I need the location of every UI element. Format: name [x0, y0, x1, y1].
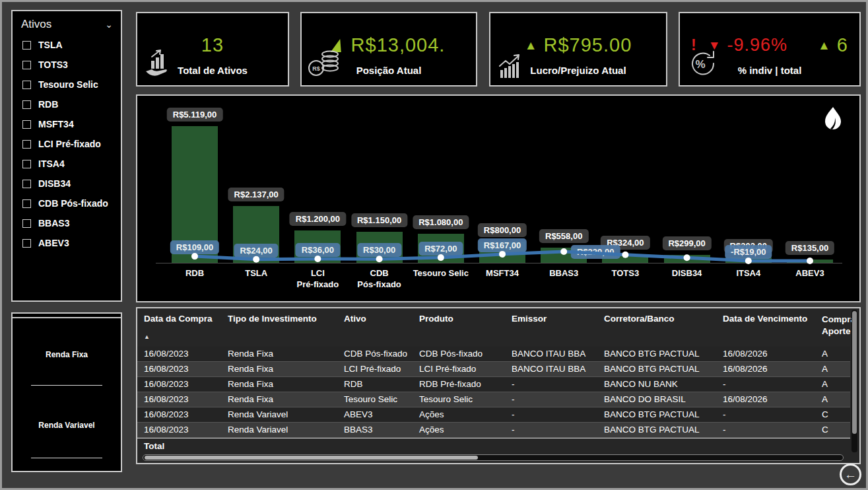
filter-title: Ativos: [21, 18, 51, 31]
bar-value-label: R$5.119,00: [167, 108, 223, 122]
table-cell: 16/08/2023: [144, 377, 189, 392]
table-cell: Renda Fixa: [228, 392, 273, 407]
table-cell: CDB Pós-fixado: [344, 347, 407, 361]
filter-item-list: TSLATOTS3Tesouro SelicRDBMSFT34LCI Pré-f…: [13, 35, 121, 253]
horizontal-scrollbar[interactable]: [143, 454, 844, 461]
column-header[interactable]: Tipo de Investimento: [228, 314, 317, 324]
table-cell: C: [822, 423, 828, 437]
column-header[interactable]: Produto: [419, 314, 453, 324]
table-cell: BANCO BTG PACTUAL: [604, 347, 700, 361]
filter-item[interactable]: Tesouro Selic: [13, 75, 121, 94]
x-axis-label: BBAS3: [532, 268, 595, 279]
flame-icon: [822, 106, 842, 133]
table-row[interactable]: 16/08/2023Renda VariavelABEV3Ações-BANCO…: [137, 407, 850, 423]
filter-item[interactable]: LCI Pré-fixado: [13, 134, 121, 154]
checkbox-unchecked-icon[interactable]: [22, 239, 31, 248]
checkbox-unchecked-icon[interactable]: [22, 81, 31, 89]
bar-ABEV3[interactable]: [787, 260, 833, 263]
kpi-card-percent: ! ▼ -9.96% ▲ 6 % % indiv | total: [679, 12, 861, 87]
filter-item[interactable]: BBAS3: [13, 213, 121, 233]
divider: [31, 458, 102, 458]
table-cell: A: [822, 347, 828, 361]
bar-value-label: R$1.150,00: [351, 213, 407, 227]
line-value-label: R$30,00: [357, 243, 401, 257]
vertical-scrollbar-thumb[interactable]: [852, 311, 857, 434]
filter-item[interactable]: TOTS3: [13, 55, 121, 75]
filter-item[interactable]: DISB34: [13, 174, 121, 193]
table-cell: 16/08/2023: [144, 347, 189, 361]
checkbox-unchecked-icon[interactable]: [22, 41, 31, 50]
x-axis-label: RDB: [163, 268, 226, 279]
chevron-down-icon[interactable]: ⌄: [105, 19, 113, 30]
checkbox-unchecked-icon[interactable]: [22, 180, 31, 188]
column-header[interactable]: Ativo: [344, 314, 366, 324]
total-label: Total: [144, 438, 164, 454]
kpi-card-lucro-prejuizo: ▲ R$795.00 Lucro/Prejuizo Atual: [489, 12, 667, 87]
table-cell: -: [512, 423, 515, 437]
horizontal-scrollbar-thumb[interactable]: [145, 456, 478, 460]
back-button[interactable]: ←: [840, 464, 861, 485]
filter-item-label: ITSA4: [38, 158, 65, 169]
portfolio-combo-chart: R$5.119,00RDBR$2.137,00TSLAR$1.200,00LCI…: [136, 94, 861, 302]
column-header[interactable]: Emissor: [512, 314, 547, 324]
filter-item[interactable]: ABEV3: [13, 233, 121, 253]
table-cell: RDB: [344, 377, 363, 392]
table-cell: Ações: [419, 407, 444, 422]
filter-item-label: LCI Pré-fixado: [38, 139, 101, 149]
column-header[interactable]: Data de Vencimento: [723, 314, 807, 324]
table-row[interactable]: 16/08/2023Renda FixaRDBRDB Pré-fixado-BA…: [137, 377, 850, 392]
bar-value-label: R$299,00: [662, 236, 711, 250]
bar-DISB34[interactable]: [664, 255, 710, 263]
sort-ascending-icon[interactable]: ▲: [144, 333, 150, 340]
checkbox-unchecked-icon[interactable]: [22, 219, 31, 228]
up-triangle-icon: ▲: [818, 38, 830, 53]
filter-item-label: Tesouro Selic: [38, 79, 98, 90]
filter-item[interactable]: MSFT34: [13, 114, 121, 134]
filter-item[interactable]: ITSA4: [13, 154, 121, 174]
table-cell: -: [723, 407, 726, 422]
table-row[interactable]: 16/08/2023Renda FixaCDB Pós-fixadoCDB Pó…: [137, 347, 850, 362]
checkbox-unchecked-icon[interactable]: [22, 140, 31, 149]
filter-item[interactable]: TSLA: [13, 35, 121, 55]
kpi-label: Total de Ativos: [137, 65, 288, 76]
table-total-row: Total: [137, 438, 850, 454]
x-axis-label: MSFT34: [471, 268, 534, 279]
table-cell: Renda Fixa: [228, 362, 273, 376]
table-cell: -: [512, 392, 515, 407]
filter-item-label: BBAS3: [38, 218, 69, 228]
table-cell: 16/08/2026: [723, 347, 768, 361]
filter-item-label: TOTS3: [38, 59, 68, 70]
table-cell: Ações: [419, 423, 444, 437]
renda-fixa-button[interactable]: Renda Fixa: [13, 350, 121, 359]
checkbox-unchecked-icon[interactable]: [22, 199, 31, 208]
x-axis-label: DISB34: [655, 268, 719, 279]
table-cell: Renda Variavel: [228, 423, 288, 437]
filter-item[interactable]: RDB: [13, 94, 121, 114]
table-header: Data da CompraTipo de InvestimentoAtivoP…: [137, 308, 859, 347]
filter-item[interactable]: CDB Pós-fixado: [13, 193, 121, 213]
column-header[interactable]: Data da Compra: [144, 314, 213, 324]
x-axis-label: Tesouro Selic: [409, 268, 473, 279]
vertical-scrollbar[interactable]: [851, 310, 857, 452]
table-cell: -: [512, 377, 515, 392]
line-value-label: R$72,00: [418, 242, 463, 256]
table-cell: Tesouro Selic: [344, 392, 397, 407]
checkbox-unchecked-icon[interactable]: [22, 160, 31, 168]
table-cell: ABEV3: [344, 407, 373, 422]
table-cell: 16/08/2023: [144, 362, 189, 376]
checkbox-unchecked-icon[interactable]: [22, 120, 31, 129]
x-axis-label: LCIPré-fixado: [286, 268, 349, 291]
table-row[interactable]: 16/08/2023Renda FixaTesouro SelicTesouro…: [137, 392, 850, 407]
checkbox-unchecked-icon[interactable]: [22, 61, 31, 69]
kpi-value-individual: -9.96%: [727, 35, 787, 55]
table-row[interactable]: 16/08/2023Renda FixaLCI Pré-fixadoLCI Pr…: [137, 362, 850, 377]
table-row[interactable]: 16/08/2023Renda VariavelBBAS3Ações-BANCO…: [137, 423, 850, 438]
renda-variavel-button[interactable]: Renda Variavel: [13, 421, 121, 430]
checkbox-unchecked-icon[interactable]: [22, 100, 31, 109]
divider: [31, 385, 102, 386]
filter-item-label: MSFT34: [38, 119, 74, 129]
kpi-label: % indiv | total: [680, 65, 859, 76]
table-cell: A: [822, 377, 828, 392]
table-cell: CDB Pós-fixado: [419, 347, 483, 361]
column-header[interactable]: Corretora/Banco: [604, 314, 675, 324]
